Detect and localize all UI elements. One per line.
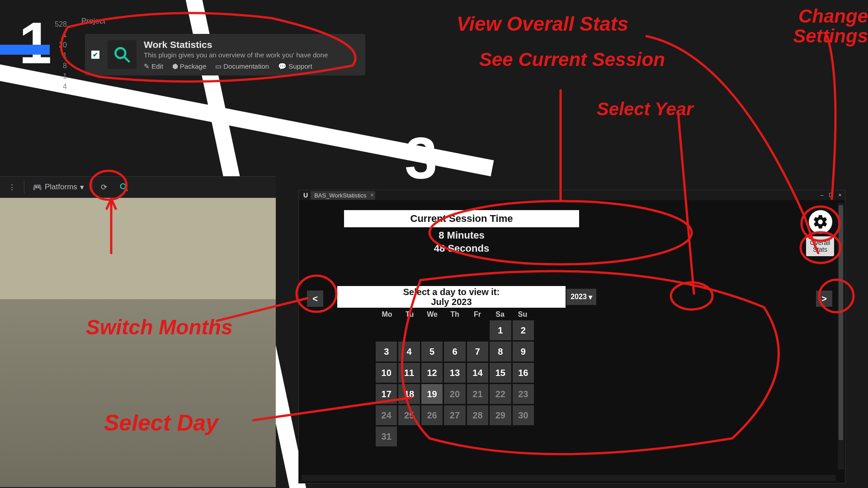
prev-month-button[interactable]: < [307,291,323,307]
documentation-link[interactable]: ▭Documentation [215,62,269,70]
annotation-view-overall: View Overall Stats [457,14,628,34]
work-statistics-window: U BAS_WorkStatistics × – ☐ × Current Ses… [298,190,845,483]
gutter-numbers: 528 1 20 1 8 1 4 [49,20,67,91]
calendar-blank [467,320,488,340]
chevron-down-icon: ▾ [589,293,592,301]
close-button[interactable]: × [837,192,843,198]
calendar-day[interactable]: 21 [467,384,488,404]
calendar-day[interactable]: 22 [490,384,511,404]
window-tab[interactable]: BAS_WorkStatistics × [311,191,375,200]
calendar-day[interactable]: 3 [376,342,397,361]
chevron-down-icon: ▾ [80,183,84,192]
work-statistics-toolbar-button[interactable] [115,180,132,194]
sidebar-highlight [0,45,50,55]
svg-line-1 [125,57,130,62]
calendar-day[interactable]: 24 [376,405,397,425]
calendar-day[interactable]: 13 [444,363,465,383]
calendar-day[interactable]: 10 [376,363,397,383]
calendar-day[interactable]: 2 [513,320,534,340]
calendar-weekday-row: Mo Tu We Th Fr Sa Su [376,310,534,319]
package-link[interactable]: ⬢Package [172,62,206,70]
annotation-change-settings: Change Settings [741,6,868,46]
overall-stats-button[interactable]: Overall Stats [806,236,834,256]
panel-plugin-list: Project 528 1 20 1 8 1 4 ✔ Work Statisti… [50,7,393,115]
calendar-blank [398,320,420,340]
calendar-day[interactable]: 25 [398,405,420,425]
calendar: Mo Tu We Th Fr Sa Su 1234567891011121314… [376,310,534,446]
settings-button[interactable] [809,210,832,234]
calendar-day[interactable]: 15 [490,363,511,383]
annotation-see-current: See Current Session [479,50,665,70]
book-icon: ▭ [215,62,222,70]
minimize-button[interactable]: – [819,192,825,198]
calendar-day[interactable]: 7 [467,342,488,361]
maximize-button[interactable]: ☐ [828,192,834,198]
close-tab-icon[interactable]: × [370,192,373,198]
divider [92,181,93,193]
calendar-day[interactable]: 1 [490,320,511,340]
step-number-1: 1 [19,14,52,72]
calendar-day[interactable]: 17 [376,384,397,404]
calendar-day[interactable]: 23 [513,384,534,404]
plugin-enabled-checkbox[interactable]: ✔ [91,51,99,59]
annotation-select-year: Select Year [597,99,693,118]
package-icon: ⬢ [172,62,178,70]
year-dropdown[interactable]: 2023 ▾ [566,289,596,305]
edit-link[interactable]: ✎Edit [144,62,163,70]
current-session-values: 8 Minutes 48 Seconds [344,229,579,255]
calendar-day[interactable]: 30 [513,405,534,425]
support-link[interactable]: 💬Support [278,62,312,70]
category-label: Project [81,17,105,26]
current-session-header: Current Session Time [344,210,579,227]
calendar-header: Select a day to view it: July 2023 [337,286,566,308]
gear-icon [812,214,829,230]
level-viewport[interactable] [0,198,276,487]
calendar-day[interactable]: 4 [398,342,420,361]
calendar-day[interactable]: 8 [490,342,511,361]
step-number-3: 3 [405,129,437,188]
plugin-description: This plugin gives you an overview of the… [144,51,328,59]
pencil-icon: ✎ [144,62,150,70]
unreal-logo-icon: U [303,192,308,199]
calendar-day[interactable]: 5 [421,342,443,361]
calendar-blank [421,320,443,340]
vertical-scrollbar[interactable] [838,203,844,469]
plugin-title: Work Statistics [144,39,328,50]
calendar-day[interactable]: 28 [467,405,488,425]
calendar-blank [376,320,397,340]
calendar-day[interactable]: 16 [513,363,534,383]
svg-point-0 [115,48,125,58]
platforms-dropdown[interactable]: 🎮 Platforms ▾ [29,181,88,194]
calendar-blank [444,320,465,340]
calendar-day[interactable]: 26 [421,405,443,425]
svg-line-3 [125,188,128,191]
calendar-day[interactable]: 27 [444,405,465,425]
calendar-day[interactable]: 9 [513,342,534,361]
next-month-button[interactable]: > [816,291,832,307]
calendar-day[interactable]: 20 [444,384,465,404]
calendar-day[interactable]: 31 [376,427,397,446]
dropdown-icon[interactable]: ⋮ [5,181,19,194]
calendar-day[interactable]: 14 [467,363,488,383]
divider [24,181,24,193]
svg-point-2 [120,184,125,189]
calendar-day[interactable]: 19 [421,384,443,404]
plugin-icon [108,40,137,69]
calendar-day[interactable]: 18 [398,384,420,404]
controller-icon: 🎮 [33,183,42,192]
calendar-day[interactable]: 29 [490,405,511,425]
horizontal-scrollbar[interactable] [302,475,836,481]
refresh-button[interactable]: ⟳ [97,181,111,194]
calendar-day[interactable]: 11 [398,363,420,383]
panel-editor-toolbar: ⋮ 🎮 Platforms ▾ ⟳ [0,167,298,483]
plugin-card[interactable]: ✔ Work Statistics This plugin gives you … [85,34,365,75]
chat-icon: 💬 [278,62,287,70]
calendar-day[interactable]: 12 [421,363,443,383]
calendar-day[interactable]: 6 [444,342,465,361]
